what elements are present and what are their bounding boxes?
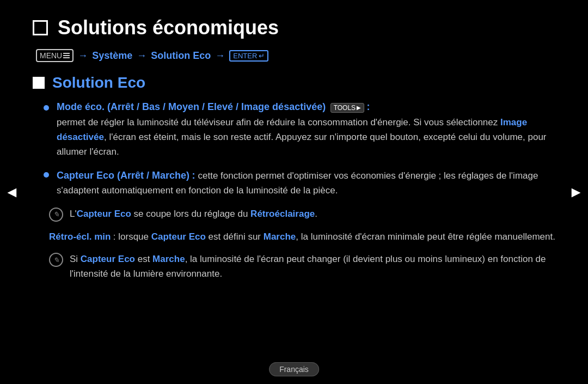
breadcrumb-arrow1: → <box>78 50 88 62</box>
retro-ecl-text: : lorsque Capteur Eco est défini sur Mar… <box>113 231 555 242</box>
enter-icon: ENTER ↵ <box>229 50 268 62</box>
note-item-1: ✎ L'Capteur Eco se coupe lors du réglage… <box>44 206 555 222</box>
breadcrumb-item2: Solution Eco <box>151 50 211 62</box>
highlight-marche-2: Marche <box>152 254 185 264</box>
bullet-title-1: Mode éco. (Arrêt / Bas / Moyen / Elevé /… <box>57 101 326 112</box>
main-title: Solutions économiques <box>58 16 279 39</box>
content-area: Mode éco. (Arrêt / Bas / Moyen / Elevé /… <box>33 101 555 282</box>
section-title: Solution Eco <box>52 74 145 92</box>
nav-right-arrow[interactable]: ► <box>568 184 584 201</box>
bullet-item-1: Mode éco. (Arrêt / Bas / Moyen / Elevé /… <box>44 101 555 160</box>
tools-badge-icon: ▶ <box>357 105 361 111</box>
bullet-dot-1 <box>44 105 49 111</box>
breadcrumb: MENU → Système → Solution Eco → ENTER ↵ <box>33 49 555 62</box>
highlight-marche-retro: Marche <box>264 231 296 242</box>
retro-ecl-block: Rétro-écl. min : lorsque Capteur Eco est… <box>44 229 555 244</box>
highlight-image-desactivee: Image désactivée <box>57 117 527 142</box>
note-text-1: L'Capteur Eco se coupe lors du réglage d… <box>70 206 317 222</box>
main-heading: Solutions économiques <box>33 16 555 39</box>
tools-badge: TOOLS ▶ <box>330 103 364 113</box>
footer: Français <box>269 364 319 374</box>
note-icon-1: ✎ <box>49 208 63 222</box>
menu-lines-icon <box>63 53 70 58</box>
bullet-dot-2 <box>44 172 49 178</box>
language-badge: Français <box>269 362 319 376</box>
breadcrumb-item1: Système <box>92 50 132 62</box>
tools-badge-label: TOOLS <box>334 104 356 112</box>
highlight-capteur-eco-retro: Capteur Eco <box>151 231 206 242</box>
note-item-2: ✎ Si Capteur Eco est Marche, la luminosi… <box>44 252 555 281</box>
menu-label: MENU <box>40 51 62 60</box>
enter-arrow-icon: ↵ <box>259 52 265 60</box>
bullet-colon-2: : <box>192 170 198 181</box>
retro-ecl-title: Rétro-écl. min <box>49 231 111 242</box>
enter-label: ENTER <box>233 52 257 60</box>
section-heading: Solution Eco <box>33 74 555 92</box>
bullet-title-2: Capteur Eco (Arrêt / Marche) <box>57 170 189 181</box>
note-text-2: Si Capteur Eco est Marche, la luminosité… <box>70 252 555 281</box>
bullet-content-1: Mode éco. (Arrêt / Bas / Moyen / Elevé /… <box>57 101 555 160</box>
note-icon-symbol-2: ✎ <box>53 256 59 264</box>
filled-square-icon <box>33 77 45 89</box>
checkbox-icon <box>33 20 48 35</box>
bullet-content-2: Capteur Eco (Arrêt / Marche) : cette fon… <box>57 168 555 198</box>
menu-icon: MENU <box>36 49 74 62</box>
bullet-colon-1: : <box>367 101 370 112</box>
bullet-text-1: permet de régler la luminosité du télévi… <box>57 115 555 160</box>
note-icon-2: ✎ <box>49 253 63 267</box>
note-icon-symbol-1: ✎ <box>53 210 59 218</box>
breadcrumb-arrow2: → <box>137 50 146 62</box>
highlight-capteur-eco-2: Capteur Eco <box>81 254 135 264</box>
breadcrumb-arrow3: → <box>215 50 225 62</box>
highlight-retroeclairage: Rétroéclairage <box>250 209 315 219</box>
highlight-capteur-eco-1: Capteur Eco <box>77 209 131 219</box>
bullet-item-2: Capteur Eco (Arrêt / Marche) : cette fon… <box>44 168 555 198</box>
